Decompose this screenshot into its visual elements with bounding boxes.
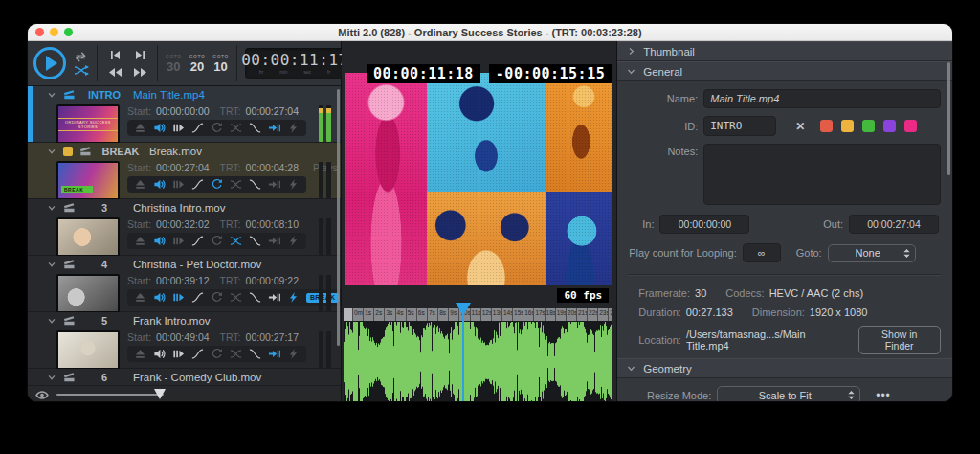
loop-icon[interactable]: [211, 291, 223, 304]
chevron-down-icon[interactable]: [47, 260, 56, 269]
cue-row[interactable]: 4 Christina - Pet Doctor.mov Start:00:00…: [28, 256, 341, 312]
goto-next-and-pause-icon[interactable]: [268, 291, 280, 304]
section-geometry[interactable]: Geometry: [617, 358, 952, 378]
action-icon[interactable]: [287, 291, 300, 304]
loop-icon[interactable]: [211, 122, 223, 134]
row-size-slider[interactable]: [56, 390, 164, 399]
titlebar[interactable]: Mitti 2.0 (828) - Ordinary Success Stori…: [28, 24, 952, 41]
audio-waveform[interactable]: [344, 321, 612, 402]
goto-next-and-pause-icon[interactable]: [268, 122, 280, 134]
goto-dropdown[interactable]: None: [828, 244, 916, 262]
audio-icon[interactable]: [153, 178, 166, 191]
fade-in-icon[interactable]: [191, 178, 204, 191]
notes-field[interactable]: [703, 144, 941, 205]
fade-in-icon[interactable]: [191, 235, 204, 247]
pause-after-cue-icon[interactable]: [172, 122, 185, 134]
color-tag-swatch[interactable]: [883, 120, 896, 132]
cue-list-scrollbar[interactable]: [337, 89, 340, 346]
action-icon[interactable]: [287, 235, 300, 247]
action-icon[interactable]: [287, 178, 300, 191]
chevron-down-icon[interactable]: [47, 316, 56, 326]
audio-icon[interactable]: [153, 291, 166, 304]
crossfade-icon[interactable]: [230, 235, 242, 247]
goto-30-button[interactable]: GOTO30: [166, 55, 182, 73]
goto-next-and-pause-icon[interactable]: [268, 178, 280, 191]
loop-icon[interactable]: [211, 235, 223, 247]
repeat-icon[interactable]: [74, 52, 89, 63]
goto-next-and-pause-icon[interactable]: [268, 235, 280, 247]
audio-icon[interactable]: [153, 122, 166, 134]
name-field[interactable]: [703, 89, 941, 108]
fade-out-icon[interactable]: [249, 178, 261, 191]
waveform-area[interactable]: [344, 321, 612, 402]
skip-to-start-button[interactable]: [105, 47, 124, 62]
pause-after-cue-icon[interactable]: [172, 235, 185, 247]
eject-icon[interactable]: [134, 348, 146, 360]
slider-handle[interactable]: [154, 389, 166, 399]
chevron-down-icon[interactable]: [47, 147, 56, 156]
timeline-ruler[interactable]: 0m1s2s3s4s5s6s7s8s9s10s11s12s13s14s15s16…: [344, 308, 612, 321]
playhead[interactable]: [462, 307, 464, 402]
audio-icon[interactable]: [153, 235, 166, 247]
pause-after-cue-icon[interactable]: [172, 348, 185, 360]
cue-row[interactable]: 3 Christina Intro.mov Start:00:00:32:02 …: [28, 199, 341, 256]
eject-icon[interactable]: [134, 122, 146, 134]
goto-20-button[interactable]: GOTO20: [189, 55, 206, 73]
chevron-down-icon[interactable]: [47, 90, 56, 100]
clear-color-tag-icon[interactable]: ✕: [795, 120, 805, 133]
fade-in-icon[interactable]: [191, 348, 204, 360]
more-options-button[interactable]: •••: [876, 389, 891, 402]
fade-out-icon[interactable]: [249, 235, 261, 247]
cue-row[interactable]: 6 Frank - Comedy Club.mov: [28, 369, 341, 385]
fade-out-icon[interactable]: [249, 122, 261, 134]
audio-icon[interactable]: [153, 348, 166, 360]
loop-icon[interactable]: [211, 178, 223, 191]
skip-to-end-button[interactable]: [130, 47, 149, 62]
inspector-scrollbar[interactable]: [947, 62, 950, 175]
action-icon[interactable]: [287, 348, 300, 360]
crossfade-icon[interactable]: [230, 291, 242, 304]
eject-icon[interactable]: [134, 178, 146, 191]
audio-timeline[interactable]: 0m1s2s3s4s5s6s7s8s9s10s11s12s13s14s15s16…: [344, 308, 612, 402]
eye-icon[interactable]: [35, 390, 49, 400]
crossfade-icon[interactable]: [230, 348, 242, 360]
loop-icon[interactable]: [211, 348, 223, 360]
fade-out-icon[interactable]: [249, 348, 261, 360]
shuffle-icon[interactable]: [74, 65, 89, 76]
color-tag-swatch[interactable]: [904, 120, 917, 132]
color-tag-swatch[interactable]: [841, 120, 854, 132]
action-icon[interactable]: [287, 122, 300, 134]
playhead-triangle-icon[interactable]: [456, 303, 471, 316]
resize-mode-dropdown[interactable]: Scale to Fit: [717, 386, 860, 402]
loop-count-field[interactable]: [743, 243, 781, 262]
pause-after-cue-icon[interactable]: [172, 178, 185, 191]
goto-next-and-pause-icon[interactable]: [268, 348, 280, 360]
previous-cue-button[interactable]: [105, 64, 124, 79]
id-field[interactable]: [703, 116, 776, 136]
ruler-handle[interactable]: [344, 308, 352, 321]
minimize-window-button[interactable]: [50, 28, 58, 36]
goto-10-button[interactable]: GOTO10: [212, 55, 229, 73]
pause-after-cue-icon[interactable]: [172, 291, 185, 304]
eject-icon[interactable]: [134, 291, 146, 304]
close-window-button[interactable]: [35, 28, 44, 36]
in-field[interactable]: [659, 215, 749, 234]
out-field[interactable]: [849, 215, 939, 234]
next-cue-button[interactable]: [130, 64, 149, 79]
cue-row[interactable]: BREAK Break.mov BREAK Start:00:00:27:04 …: [28, 143, 341, 199]
show-in-finder-button[interactable]: Show in Finder: [858, 326, 942, 354]
section-thumbnail[interactable]: Thumbnail: [617, 41, 952, 61]
fade-in-icon[interactable]: [191, 122, 204, 134]
color-tag-swatch[interactable]: [820, 120, 833, 132]
fade-out-icon[interactable]: [249, 291, 261, 304]
cue-row[interactable]: 5 Frank Intro.mov Start:00:00:49:04 TRT:…: [28, 312, 341, 369]
chevron-down-icon[interactable]: [47, 203, 56, 213]
crossfade-icon[interactable]: [230, 178, 242, 191]
chevron-down-icon[interactable]: [47, 373, 56, 382]
section-general[interactable]: General: [617, 61, 952, 81]
cue-row[interactable]: INTRO Main Title.mp4 ORDINARY SUCCESS ST…: [28, 86, 341, 143]
color-tag-swatch[interactable]: [862, 120, 875, 132]
zoom-window-button[interactable]: [64, 28, 73, 36]
eject-icon[interactable]: [134, 235, 146, 247]
crossfade-icon[interactable]: [230, 122, 242, 134]
